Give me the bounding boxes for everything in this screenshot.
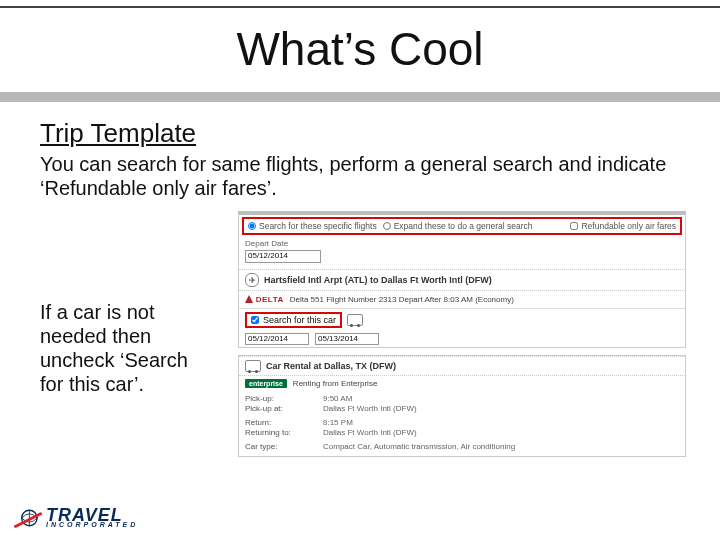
- slide: What’s Cool Trip Template You can search…: [0, 0, 720, 540]
- radio-specific-flights-label: Search for these specific flights: [259, 221, 377, 231]
- table-row: Pick-up at:Dallas Ft Worth Intl (DFW): [245, 404, 523, 414]
- slide-title: What’s Cool: [0, 22, 720, 76]
- checkbox-refundable-input[interactable]: [570, 222, 578, 230]
- delta-logo: DELTA: [245, 295, 284, 304]
- car-return-date-field[interactable]: 05/13/2014: [315, 333, 379, 345]
- logo-line-2: INCORPORATED: [46, 521, 138, 528]
- car-segment-text: Car Rental at Dallas, TX (DFW): [266, 361, 396, 371]
- travel-incorporated-logo: TRAVEL INCORPORATED: [14, 504, 138, 532]
- depart-date-label: Depart Date: [245, 239, 685, 248]
- row-val: Dallas Ft Worth Intl (DFW): [323, 428, 523, 438]
- car-segment-header: Car Rental at Dallas, TX (DFW): [239, 356, 685, 376]
- car-icon: [347, 314, 363, 326]
- table-row: Return:8:15 PM: [245, 414, 523, 428]
- row-val: Dallas Ft Worth Intl (DFW): [323, 404, 523, 414]
- svg-marker-0: [245, 295, 253, 303]
- search-car-row: Search for this car: [239, 309, 685, 331]
- checkbox-refundable[interactable]: Refundable only air fares: [570, 221, 676, 231]
- radio-general-search-label: Expand these to do a general search: [394, 221, 533, 231]
- checkbox-refundable-label: Refundable only air fares: [581, 221, 676, 231]
- table-row: Car type:Compact Car, Automatic transmis…: [245, 438, 523, 452]
- search-car-label: Search for this car: [263, 315, 336, 325]
- body-text-1: You can search for same flights, perform…: [40, 152, 690, 200]
- section-heading: Trip Template: [40, 118, 196, 149]
- row-key: Return:: [245, 414, 323, 428]
- body-text-2: If a car is not needed then uncheck ‘Sea…: [40, 300, 215, 396]
- delta-logo-text: DELTA: [256, 295, 284, 304]
- enterprise-logo: enterprise: [245, 379, 287, 388]
- flight-options-row: Search for these specific flights Expand…: [242, 217, 682, 235]
- airplane-icon: ✈: [245, 273, 259, 287]
- table-row: Returning to:Dallas Ft Worth Intl (DFW): [245, 428, 523, 438]
- search-car-checkbox-wrap: Search for this car: [245, 312, 342, 328]
- car-vendor-text: Renting from Enterprise: [293, 379, 377, 388]
- row-key: Car type:: [245, 438, 323, 452]
- logo-text: TRAVEL INCORPORATED: [46, 508, 138, 527]
- row-val: 8:15 PM: [323, 414, 523, 428]
- flight-carrier-row: DELTA Delta 551 Flight Number 2313 Depar…: [239, 291, 685, 309]
- flight-carrier-text: Delta 551 Flight Number 2313 Depart Afte…: [290, 295, 514, 304]
- radio-specific-flights[interactable]: Search for these specific flights: [248, 221, 377, 231]
- flight-segment-header: ✈ Hartsfield Intl Arpt (ATL) to Dallas F…: [239, 269, 685, 291]
- depart-date-field[interactable]: 05/12/2014: [245, 250, 321, 263]
- rule-under-title: [0, 92, 720, 102]
- radio-general-search-input[interactable]: [383, 222, 391, 230]
- car-vendor-row: enterprise Renting from Enterprise: [239, 376, 685, 394]
- row-val: Compact Car, Automatic transmission, Air…: [323, 438, 523, 452]
- search-car-checkbox[interactable]: [251, 316, 259, 324]
- rule-top: [0, 6, 720, 8]
- radio-general-search[interactable]: Expand these to do a general search: [383, 221, 533, 231]
- screenshot-car-rental: Car Rental at Dallas, TX (DFW) enterpris…: [238, 355, 686, 457]
- flight-segment-text: Hartsfield Intl Arpt (ATL) to Dallas Ft …: [264, 275, 492, 285]
- table-row: Pick-up:9:50 AM: [245, 394, 523, 404]
- row-key: Pick-up:: [245, 394, 323, 404]
- screenshot-flight-search: Search for these specific flights Expand…: [238, 211, 686, 348]
- globe-swoosh-icon: [14, 504, 42, 532]
- car-pickup-date-field[interactable]: 05/12/2014: [245, 333, 309, 345]
- row-key: Pick-up at:: [245, 404, 323, 414]
- row-val: 9:50 AM: [323, 394, 523, 404]
- car-date-row: 05/12/2014 05/13/2014: [239, 331, 685, 347]
- car-icon: [245, 360, 261, 372]
- row-key: Returning to:: [245, 428, 323, 438]
- radio-specific-flights-input[interactable]: [248, 222, 256, 230]
- car-details-table: Pick-up:9:50 AM Pick-up at:Dallas Ft Wor…: [245, 394, 523, 452]
